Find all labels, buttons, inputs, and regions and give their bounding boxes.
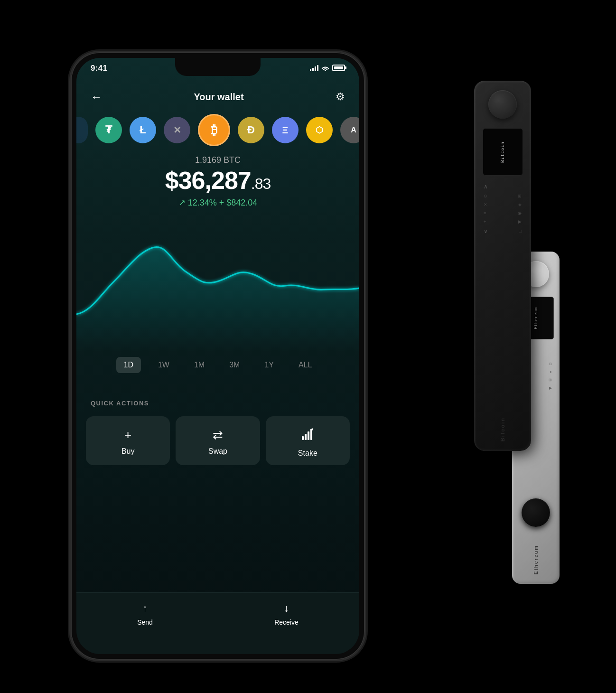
time-filters: 1D 1W 1M 3M 1Y ALL xyxy=(76,357,359,373)
filter-1d[interactable]: 1D xyxy=(116,357,141,373)
filter-1y[interactable]: 1Y xyxy=(257,357,281,373)
svg-rect-2 xyxy=(308,431,309,440)
chart-area xyxy=(76,219,359,352)
receive-nav-item[interactable]: ↓ Receive xyxy=(274,602,299,626)
ledger-x-display-text: Bitcoin xyxy=(500,141,505,163)
stake-label: Stake xyxy=(298,449,317,458)
back-button[interactable]: ← xyxy=(91,90,102,103)
ledger-x-icon-2: ⊞ xyxy=(518,194,522,198)
swap-label: Swap xyxy=(208,447,227,456)
settings-icon[interactable]: ⚙ xyxy=(336,91,345,103)
ledger-x-icon-6: ◉ xyxy=(518,211,522,215)
ledger-s-display-text: Ethereum xyxy=(534,307,538,329)
crypto-amount: 1.9169 BTC xyxy=(76,155,359,165)
change-percent: 12.34% xyxy=(188,198,217,207)
receive-label: Receive xyxy=(274,618,299,626)
page-title: Your wallet xyxy=(194,92,243,103)
price-change: ↗ 12.34% + $842.04 xyxy=(76,197,359,208)
coin-algo[interactable]: A xyxy=(340,117,359,143)
ledger-x-controls: ∧ ⊙ ⊞ ✕ ◈ ≡ ◉ + ▶ ∨ □ xyxy=(479,183,526,234)
fiat-cents: .83 xyxy=(251,175,271,192)
coin-ethereum[interactable]: Ξ xyxy=(272,117,299,143)
filter-all[interactable]: ALL xyxy=(291,357,319,373)
coin-dogecoin[interactable]: Ð xyxy=(238,117,264,143)
svg-rect-0 xyxy=(302,436,304,440)
signal-icon xyxy=(310,65,318,71)
coin-xrp[interactable]: ✕ xyxy=(164,117,190,143)
status-icons xyxy=(310,65,345,71)
signal-bar-3 xyxy=(315,66,316,71)
coin-bnb[interactable]: ⬡ xyxy=(306,117,333,143)
ledger-x-icon-4: ◈ xyxy=(518,202,522,207)
quick-actions-label: QUICK ACTIONS xyxy=(91,400,149,407)
ledger-s-icon-4: ♦ xyxy=(550,370,552,374)
buy-label: Buy xyxy=(121,447,135,456)
coin-bitcoin[interactable]: ₿ xyxy=(198,114,230,146)
scene: 9:41 xyxy=(47,14,569,679)
change-arrow: ↗ xyxy=(178,198,186,207)
buy-icon: + xyxy=(124,428,131,442)
ledger-x-ctrl-row-4: ≡ ◉ xyxy=(484,211,522,215)
fiat-whole: $36,287 xyxy=(165,167,251,194)
ledger-x-icon-7: + xyxy=(484,219,486,224)
price-chart xyxy=(76,219,359,352)
signal-bar-2 xyxy=(312,68,314,71)
coin-partial[interactable] xyxy=(76,117,88,143)
ledger-x-top-button[interactable] xyxy=(488,90,517,119)
fiat-balance: $36,287.83 xyxy=(76,168,359,193)
stake-icon xyxy=(301,428,314,444)
quick-actions: + Buy ⇄ Swap xyxy=(86,416,350,465)
wifi-icon xyxy=(321,65,329,71)
send-nav-item[interactable]: ↑ Send xyxy=(137,602,153,626)
balance-area: 1.9169 BTC $36,287.83 ↗ 12.34% + $842.04 xyxy=(76,155,359,208)
stake-button[interactable]: Stake xyxy=(266,416,350,465)
signal-bar-1 xyxy=(310,69,311,71)
filter-1w[interactable]: 1W xyxy=(150,357,177,373)
coin-litecoin[interactable]: Ł xyxy=(130,117,156,143)
ledger-s-label: Ethereum xyxy=(533,545,539,574)
ledger-x-icon-3: ✕ xyxy=(484,202,487,207)
ledger-x-icon-9: □ xyxy=(519,229,522,234)
swap-icon: ⇄ xyxy=(213,428,223,442)
send-icon: ↑ xyxy=(142,602,148,615)
ledger-x-icon-1: ⊙ xyxy=(484,194,487,198)
ledger-x-ctrl-row-6: ∨ □ xyxy=(484,228,522,234)
change-amount: + $842.04 xyxy=(219,198,258,207)
ledger-s-icon-2: B xyxy=(549,362,551,366)
buy-button[interactable]: + Buy xyxy=(86,416,170,465)
header: ← Your wallet ⚙ xyxy=(76,83,359,111)
coin-selector: ₮ Ł ✕ ₿ Ð Ξ ⬡ A xyxy=(76,111,359,149)
filter-1m[interactable]: 1M xyxy=(187,357,212,373)
ledger-x-display: Bitcoin xyxy=(483,128,523,176)
svg-rect-1 xyxy=(305,434,307,440)
ledger-x-ctrl-row-2: ⊙ ⊞ xyxy=(484,194,522,198)
swap-button[interactable]: ⇄ Swap xyxy=(176,416,260,465)
ledger-x-down-icon: ∨ xyxy=(484,228,488,234)
ledger-x-ctrl-row-3: ✕ ◈ xyxy=(484,202,522,207)
coin-tether[interactable]: ₮ xyxy=(95,117,122,143)
receive-icon: ↓ xyxy=(284,602,289,615)
ledger-s-icon-8: ▶ xyxy=(549,386,552,390)
battery-fill xyxy=(334,66,343,69)
status-time: 9:41 xyxy=(91,64,107,73)
ledger-x-label: Bitcoin xyxy=(500,417,505,441)
battery-icon xyxy=(332,65,345,71)
ledger-x-icon-5: ≡ xyxy=(484,211,486,215)
ledger-nano-x: Bitcoin ∧ ⊙ ⊞ ✕ ◈ ≡ ◉ + ▶ ∨ xyxy=(474,81,531,451)
phone: 9:41 xyxy=(71,52,365,660)
bottom-nav: ↑ Send ↓ Receive xyxy=(76,592,359,654)
phone-notch xyxy=(175,58,261,76)
ledger-x-ctrl-row-5: + ▶ xyxy=(484,219,522,224)
ledger-x-icon-8: ▶ xyxy=(518,219,522,224)
filter-3m[interactable]: 3M xyxy=(222,357,247,373)
ledger-x-ctrl-row-1: ∧ xyxy=(484,183,522,190)
phone-screen: 9:41 xyxy=(76,58,359,654)
ledger-s-bottom-button[interactable] xyxy=(522,498,550,527)
send-label: Send xyxy=(137,618,153,626)
ledger-x-up-icon: ∧ xyxy=(484,183,488,190)
signal-bar-4 xyxy=(317,65,318,71)
ledger-s-icon-6: ⊞ xyxy=(549,378,552,382)
